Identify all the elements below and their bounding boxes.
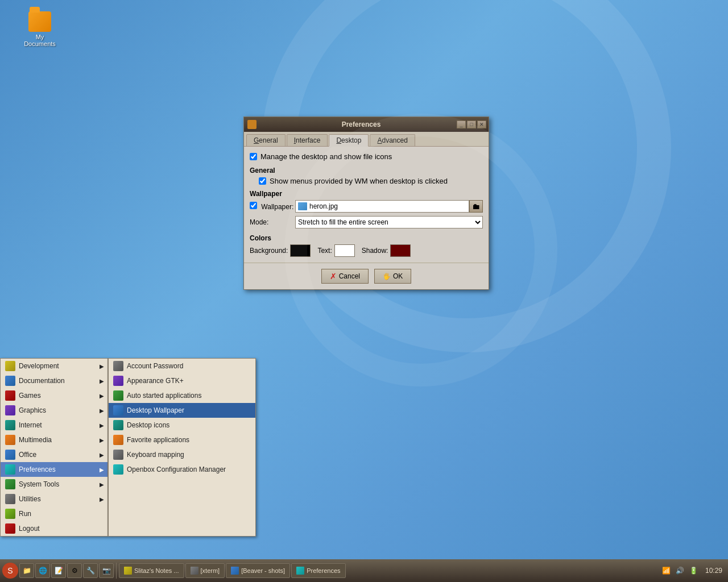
games-icon — [5, 390, 15, 401]
preferences-icon — [5, 464, 15, 475]
dialog-body: Manage the desktop and show file icons G… — [244, 147, 489, 263]
submenu-appearance-gtk[interactable]: Appearance GTK+ — [109, 373, 255, 388]
taskbar-window-notes[interactable]: Slitaz's Notes ... — [119, 563, 184, 578]
tray-icon-2[interactable]: 🔊 — [675, 565, 686, 576]
browse-button[interactable]: 🖿 — [469, 200, 483, 213]
taskbar-window-xterm[interactable]: [xterm] — [185, 563, 225, 578]
preferences-dialog: Preferences _ □ ✕ General Interface Desk… — [243, 117, 489, 290]
menu-item-games[interactable]: Games ▶ — [1, 388, 107, 403]
taskbar-right: 📶 🔊 🔋 10:29 — [661, 565, 726, 576]
colors-section-label: Colors — [250, 234, 483, 242]
appearance-icon — [113, 376, 123, 386]
wallpaper-icon — [113, 405, 123, 415]
manage-desktop-checkbox[interactable] — [250, 153, 257, 160]
menu-item-preferences[interactable]: Preferences ▶ — [1, 462, 107, 477]
office-icon — [5, 450, 15, 460]
menu-item-documentation[interactable]: Documentation ▶ — [1, 373, 107, 388]
cancel-button[interactable]: ✗ Cancel — [321, 269, 369, 284]
shadow-color-swatch[interactable] — [390, 244, 411, 257]
tab-advanced[interactable]: Advanced — [370, 134, 415, 146]
tray-icon-3[interactable]: 🔋 — [688, 565, 700, 576]
prefs-taskbar-icon — [296, 567, 304, 575]
minimize-button[interactable]: _ — [457, 120, 466, 128]
menu-item-development[interactable]: Development ▶ — [1, 359, 107, 373]
file-icon — [298, 202, 307, 210]
tab-bar: General Interface Desktop Advanced — [244, 132, 489, 147]
shadow-color-item: Shadow: — [362, 244, 411, 257]
tab-general[interactable]: General — [246, 134, 286, 146]
menu-item-multimedia[interactable]: Multimedia ▶ — [1, 433, 107, 447]
menu-item-run[interactable]: Run — [1, 506, 107, 521]
menu-item-internet[interactable]: Internet ▶ — [1, 418, 107, 433]
submenu-keyboard[interactable]: Keyboard mapping — [109, 447, 255, 462]
folder-icon — [28, 11, 51, 32]
wm-menu-row: Show menus provided by WM when desktop i… — [259, 177, 483, 185]
internet-icon — [5, 420, 15, 430]
run-icon — [5, 509, 15, 519]
menu-item-office[interactable]: Office ▶ — [1, 447, 107, 462]
desktop-icons-icon — [113, 420, 123, 430]
manage-desktop-row: Manage the desktop and show file icons — [250, 152, 483, 161]
titlebar-buttons: _ □ ✕ — [457, 120, 486, 128]
submenu-autostart[interactable]: Auto started applications — [109, 388, 255, 403]
menu-overlay: Development ▶ Documentation ▶ Games ▶ Gr… — [0, 358, 256, 537]
desktop: My Documents Preferences _ □ ✕ General I… — [0, 0, 728, 559]
maximize-button[interactable]: □ — [467, 120, 476, 128]
ok-icon: 🖐 — [383, 273, 391, 280]
wm-menu-label: Show menus provided by WM when desktop i… — [270, 177, 448, 185]
taskbar-icon-6[interactable]: 📷 — [99, 563, 114, 578]
wm-menu-checkbox[interactable] — [259, 177, 266, 185]
multimedia-icon — [5, 435, 15, 445]
close-button[interactable]: ✕ — [477, 120, 486, 128]
submenu-desktop-wallpaper[interactable]: Desktop Wallpaper — [109, 403, 255, 418]
notes-icon — [124, 567, 132, 575]
submenu-account-password[interactable]: Account Password — [109, 359, 255, 373]
text-color-swatch[interactable] — [334, 244, 355, 257]
tab-desktop[interactable]: Desktop — [329, 134, 369, 147]
taskbar: S 📁 🌐 📝 ⚙ 🔧 📷 Slitaz's Notes ... [xterm]… — [0, 559, 728, 582]
submenu-openbox[interactable]: Openbox Configuration Manager — [109, 462, 255, 477]
cancel-icon: ✗ — [330, 272, 337, 281]
taskbar-clock: 10:29 — [702, 566, 726, 576]
taskbar-window-prefs[interactable]: Preferences — [291, 563, 345, 578]
taskbar-separator — [116, 563, 117, 579]
dialog-titlebar: Preferences _ □ ✕ — [244, 117, 489, 132]
tray-icon-1[interactable]: 📶 — [661, 565, 672, 576]
wallpaper-field-label: Wallpaper: — [250, 202, 295, 211]
taskbar-icon-5[interactable]: 🔧 — [83, 563, 98, 578]
manage-desktop-label: Manage the desktop and show file icons — [260, 152, 392, 161]
background-color-item: Background: — [250, 244, 311, 257]
submenu-desktop-icons[interactable]: Desktop icons — [109, 418, 255, 433]
taskbar-icon-4[interactable]: ⚙ — [67, 563, 82, 578]
systemtools-icon — [5, 479, 15, 489]
xterm-icon — [191, 567, 198, 575]
ok-button[interactable]: 🖐 OK — [374, 269, 411, 284]
taskbar-icon-3[interactable]: 📝 — [51, 563, 66, 578]
openbox-icon — [113, 464, 123, 475]
wallpaper-section-label: Wallpaper — [250, 190, 483, 198]
tab-interface[interactable]: Interface — [287, 134, 328, 146]
beaver-icon — [231, 567, 239, 575]
submenu-favorites[interactable]: Favorite applications — [109, 433, 255, 447]
background-color-swatch[interactable] — [290, 244, 311, 257]
mode-select[interactable]: Stretch to fill the entire screen Stretc… — [295, 216, 483, 228]
taskbar-icon-1[interactable]: 📁 — [19, 563, 34, 578]
autostart-icon — [113, 390, 123, 401]
my-documents-icon[interactable]: My Documents — [17, 11, 63, 47]
menu-item-logout[interactable]: Logout — [1, 521, 107, 536]
menu-item-graphics[interactable]: Graphics ▶ — [1, 403, 107, 418]
wallpaper-path-input[interactable]: heron.jpg — [295, 200, 469, 213]
dialog-title: Preferences — [260, 120, 462, 128]
preferences-submenu: Account Password Appearance GTK+ Auto st… — [108, 358, 256, 537]
taskbar-window-beaver[interactable]: [Beaver - shots] — [226, 563, 290, 578]
taskbar-icon-2[interactable]: 🌐 — [35, 563, 50, 578]
dialog-buttons: ✗ Cancel 🖐 OK — [244, 263, 489, 289]
dialog-app-icon — [247, 120, 257, 129]
favorites-icon — [113, 435, 123, 445]
menu-item-utilities[interactable]: Utilities ▶ — [1, 492, 107, 506]
start-button[interactable]: S — [2, 563, 18, 579]
mode-label: Mode: — [250, 218, 295, 226]
logout-icon — [5, 523, 15, 534]
wallpaper-enable-checkbox[interactable] — [250, 202, 257, 209]
menu-item-systemtools[interactable]: System Tools ▶ — [1, 477, 107, 492]
